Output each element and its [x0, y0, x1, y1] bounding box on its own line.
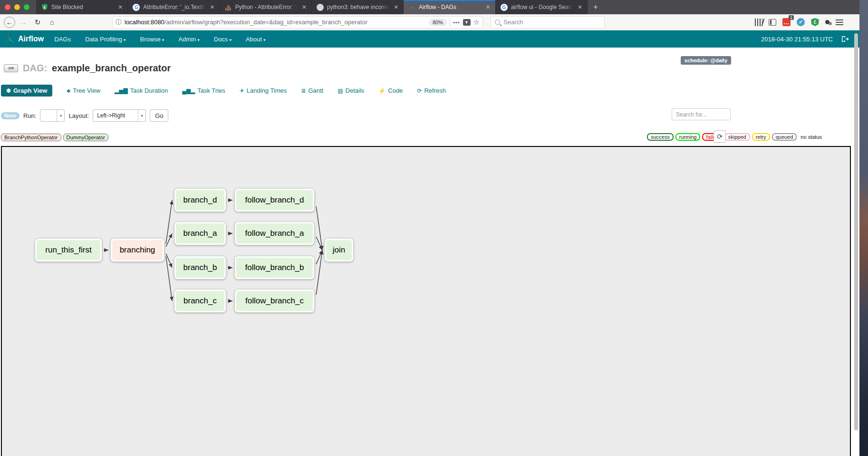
library-icon[interactable] [755, 19, 762, 26]
browser-tab-5[interactable]: Airflow - DAGs✕ [404, 0, 495, 14]
reload-icon[interactable]: ↻ [31, 16, 44, 29]
forward-icon[interactable]: → [17, 16, 29, 29]
svg-text:₤: ₤ [43, 5, 46, 10]
airflow-logo-icon [5, 34, 15, 44]
view-button-tree-view[interactable]: ♣Tree View [67, 87, 100, 94]
chevron-down-icon: ▾ [197, 38, 200, 42]
view-button-landing-times[interactable]: ✈Landing Times [240, 87, 287, 94]
operator-legend: BranchPythonOperatorDummyOperator [1, 134, 108, 141]
site-info-icon[interactable]: ⓘ [116, 18, 122, 27]
view-button-graph-view[interactable]: ✱Graph View [1, 85, 52, 97]
task-node-branch_c[interactable]: branch_c [174, 290, 226, 312]
zoom-level-badge[interactable]: 80% [429, 19, 447, 26]
view-button-refresh[interactable]: ⟳Refresh [417, 87, 446, 94]
nav-item-about[interactable]: About▾ [246, 36, 266, 43]
close-window-button[interactable] [5, 4, 10, 10]
status-badge-skipped: skipped [724, 133, 750, 141]
task-node-branch_b[interactable]: branch_b [174, 256, 226, 279]
browser-search-field[interactable]: Search [491, 16, 605, 29]
google-icon: G [133, 4, 140, 11]
graph-controls: None Run: ▾ Layout: Left->Right ▾ Go [1, 109, 168, 122]
view-button-gantt[interactable]: ≣Gantt [301, 87, 323, 94]
menu-icon[interactable] [836, 19, 843, 25]
view-button-label: Graph View [13, 87, 47, 94]
page-actions-icon[interactable]: ••• [453, 19, 460, 25]
page-scrollbar[interactable] [854, 33, 858, 430]
nav-item-docs[interactable]: Docs▾ [214, 36, 231, 43]
extension-shield-icon[interactable]: ₤ [811, 18, 819, 26]
navbar-menu: DAGsData Profiling▾Browse▾Admin▾Docs▾Abo… [54, 36, 265, 43]
run-select[interactable]: ▾ [40, 109, 65, 122]
graph-icon: ✱ [6, 87, 11, 94]
nav-item-data-profiling[interactable]: Data Profiling▾ [85, 36, 126, 43]
pocket-icon[interactable]: ▼ [463, 19, 471, 26]
tab-title: Site Blocked [51, 4, 114, 10]
status-badge-success: success [647, 133, 674, 141]
operator-pill-branchpythonoperator: BranchPythonOperator [1, 134, 61, 141]
navbar-right: 2018-04-30 21:55:13 UTC [761, 36, 855, 43]
browser-tab-bar: ₤Site Blocked✕GAttributeError: '_io.Text… [0, 0, 859, 14]
task-node-branching[interactable]: branching [111, 239, 164, 262]
close-icon[interactable]: ✕ [301, 4, 308, 10]
minimize-window-button[interactable] [14, 4, 20, 10]
desktop-wallpaper [859, 0, 868, 456]
graph-refresh-button[interactable]: ⟳ [714, 130, 726, 143]
layout-select[interactable]: Left->Right ▾ [93, 109, 146, 122]
view-button-code[interactable]: ⚡Code [378, 87, 403, 94]
bookmark-star-icon[interactable]: ☆ [473, 18, 480, 27]
sidebar-icon[interactable] [769, 19, 776, 26]
extension-ghostery-icon[interactable] [825, 20, 829, 24]
dag-pause-toggle[interactable]: Off [4, 64, 18, 72]
dag-graph-canvas[interactable]: run_this_firstbranchingbranch_dfollow_br… [1, 146, 851, 456]
browser-tab-2[interactable]: GAttributeError: '_io.TextIOWrapp✕ [128, 0, 220, 14]
task-node-follow_branch_b[interactable]: follow_branch_b [235, 256, 314, 279]
utc-clock: 2018-04-30 21:55:13 UTC [761, 36, 833, 43]
airflow-brand[interactable]: Airflow [5, 34, 44, 44]
browser-tab-1[interactable]: ₤Site Blocked✕ [36, 0, 128, 14]
plane-icon: ✈ [240, 87, 244, 94]
chevron-down-icon: ▾ [229, 38, 231, 42]
extension-adblock-icon[interactable]: 1 [782, 18, 791, 26]
status-badge-retry: retry [752, 133, 770, 141]
nav-item-label: About [246, 36, 262, 43]
gantt-icon: ≣ [301, 87, 306, 94]
close-icon[interactable]: ✕ [209, 4, 216, 10]
task-node-follow_branch_c[interactable]: follow_branch_c [235, 290, 314, 312]
back-icon[interactable]: ← [4, 17, 15, 28]
nav-item-browse[interactable]: Browse▾ [140, 36, 164, 43]
status-badge-queued: queued [772, 133, 797, 141]
go-button[interactable]: Go [150, 109, 168, 122]
url-bar[interactable]: ⓘ localhost:8080/admin/airflow/graph?exe… [112, 16, 483, 29]
home-icon[interactable]: ⌂ [46, 16, 58, 29]
search-icon [495, 19, 500, 25]
view-button-details[interactable]: ▤Details [338, 87, 364, 94]
task-node-branch_d[interactable]: branch_d [174, 189, 226, 212]
close-icon[interactable]: ✕ [485, 4, 492, 10]
new-tab-button[interactable]: + [588, 0, 604, 14]
browser-tab-3[interactable]: Python - AttributeError: '_io.Te✕ [220, 0, 312, 14]
chevron-down-icon: ▾ [124, 38, 126, 42]
task-search-input[interactable]: Search for... [672, 108, 731, 120]
extension-blue-icon[interactable]: ✓ [797, 18, 805, 26]
view-button-task-tries[interactable]: ▄▆▂Task Tries [182, 87, 225, 94]
task-node-join[interactable]: join [325, 239, 353, 262]
view-button-task-duration[interactable]: ▂▅▇Task Duration [115, 87, 168, 94]
task-node-run_this_first[interactable]: run_this_first [35, 239, 102, 262]
task-node-branch_a[interactable]: branch_a [174, 222, 226, 245]
zoom-window-button[interactable] [24, 4, 29, 10]
extension-badge: 1 [789, 15, 794, 20]
toolbar-right-icons: 1 ✓ ₤ [755, 18, 856, 26]
close-icon[interactable]: ✕ [393, 4, 399, 10]
nav-item-label: DAGs [54, 36, 71, 43]
task-node-follow_branch_d[interactable]: follow_branch_d [235, 189, 314, 212]
dag-edge-branching-to-branch_c [166, 256, 172, 301]
browser-tab-6[interactable]: Gairflow ui - Google Search✕ [496, 0, 588, 14]
close-icon[interactable]: ✕ [577, 4, 583, 10]
nav-item-dags[interactable]: DAGs [54, 36, 71, 43]
task-node-follow_branch_a[interactable]: follow_branch_a [235, 222, 314, 245]
nav-item-label: Data Profiling [85, 36, 122, 43]
browser-tab-4[interactable]: python3: behave incorrectly mo✕ [312, 0, 404, 14]
close-icon[interactable]: ✕ [117, 4, 124, 10]
logout-icon[interactable] [841, 36, 849, 42]
nav-item-admin[interactable]: Admin▾ [178, 36, 199, 43]
